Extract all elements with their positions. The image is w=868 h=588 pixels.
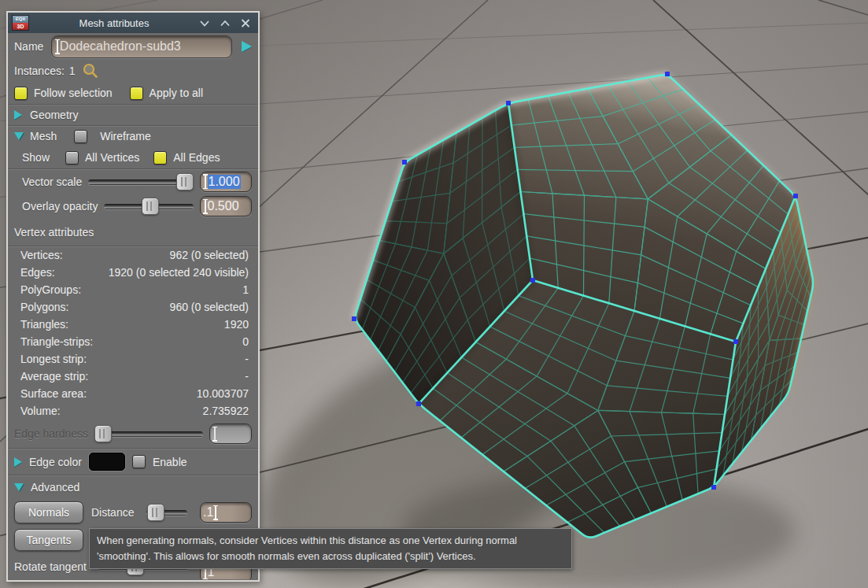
- tooltip: When generating normals, consider Vertic…: [89, 528, 572, 569]
- stat-row: Triangle-strips:0: [8, 333, 258, 350]
- overlay-opacity-value: 0.500: [208, 199, 239, 213]
- text-caret: [205, 175, 206, 188]
- app-icon-top: EQX: [13, 16, 28, 23]
- overlay-opacity-slider[interactable]: [104, 197, 194, 216]
- tooltip-line2: 'smoothing'. This allows for smooth norm…: [97, 549, 564, 564]
- distance-slider[interactable]: [146, 503, 187, 522]
- vector-scale-slider[interactable]: [88, 172, 194, 191]
- show-label: Show: [22, 151, 50, 164]
- stat-value: 0: [242, 335, 249, 348]
- stat-label: Vertices:: [20, 249, 63, 261]
- stat-row: Polygons:960 (0 selected): [8, 298, 258, 316]
- stat-label: Volume:: [20, 405, 61, 417]
- stat-value: 1920 (0 selected 240 visible): [109, 266, 249, 279]
- tangents-button[interactable]: Tangents: [14, 529, 83, 551]
- stat-row: Vertices:962 (0 selected): [8, 246, 258, 264]
- stat-row: Volume:2.735922: [8, 402, 258, 420]
- vertex-attributes-header: Vertex attributes: [14, 226, 94, 239]
- text-caret: [205, 200, 206, 213]
- name-value: Dodecahedron-subd3: [60, 39, 181, 54]
- stat-label: Triangles:: [20, 318, 68, 331]
- app-icon-bottom: 3D: [13, 23, 28, 30]
- window-shade-icon[interactable]: [199, 18, 210, 28]
- window-close-icon[interactable]: [240, 18, 251, 28]
- window-unshade-icon[interactable]: [220, 18, 231, 28]
- stat-label: Longest strip:: [20, 353, 87, 365]
- follow-selection-checkbox[interactable]: [14, 87, 28, 100]
- distance-input[interactable]: .1: [200, 502, 252, 523]
- distance-value: .1: [203, 505, 213, 520]
- app-icon: EQX 3D: [12, 15, 29, 31]
- stat-row: Surface area:10.003707: [8, 385, 258, 402]
- collapsed-triangle-icon[interactable]: [14, 110, 22, 120]
- all-vertices-checkbox[interactable]: [65, 151, 79, 165]
- geometry-label: Geometry: [30, 109, 78, 121]
- apply-to-all-label: Apply to all: [150, 87, 203, 99]
- edge-color-enable-checkbox[interactable]: [132, 455, 146, 468]
- stat-value: 962 (0 selected): [170, 249, 249, 261]
- slider-knob[interactable]: [147, 504, 164, 521]
- edge-hardness-slider: [94, 424, 203, 443]
- magnifier-icon[interactable]: [82, 62, 99, 80]
- stat-row: Edges:1920 (0 selected 240 visible): [8, 264, 258, 281]
- mesh-stats-list: Vertices:962 (0 selected) Edges:1920 (0 …: [8, 246, 258, 420]
- mesh-attributes-panel: EQX 3D Mesh attributes Name Dodecahedron…: [6, 11, 260, 582]
- name-label: Name: [14, 40, 43, 53]
- follow-selection-label: Follow selection: [34, 87, 113, 99]
- stat-value: 1: [242, 283, 249, 296]
- stat-row: Average strip:-: [8, 368, 258, 385]
- instances-label: Instances:: [14, 65, 65, 77]
- vector-scale-value: 1.000: [208, 175, 241, 189]
- panel-title: Mesh attributes: [29, 17, 199, 29]
- normals-button[interactable]: Normals: [14, 501, 83, 523]
- stat-value: 960 (0 selected): [170, 301, 249, 313]
- stat-value: -: [245, 370, 249, 383]
- section-advanced[interactable]: Advanced: [8, 475, 258, 498]
- distance-label: Distance: [91, 506, 134, 519]
- stat-row: PolyGroups:1: [8, 281, 258, 298]
- section-geometry[interactable]: Geometry: [8, 104, 258, 125]
- stat-label: Polygons:: [20, 301, 68, 313]
- name-input[interactable]: Dodecahedron-subd3: [51, 35, 232, 58]
- all-vertices-label: All Vertices: [85, 151, 139, 164]
- edge-color-swatch[interactable]: [89, 453, 125, 471]
- vector-scale-input[interactable]: 1.000: [200, 172, 252, 192]
- instances-count: 1: [69, 65, 76, 77]
- expanded-triangle-icon[interactable]: [14, 132, 24, 140]
- text-caret: [215, 506, 216, 520]
- text-caret: [214, 427, 216, 441]
- edge-hardness-label: Edge hardness: [14, 427, 88, 440]
- slider-knob[interactable]: [142, 198, 159, 215]
- expanded-triangle-icon[interactable]: [14, 483, 24, 491]
- all-edges-checkbox[interactable]: [153, 151, 167, 165]
- tooltip-line1: When generating normals, consider Vertic…: [97, 533, 564, 549]
- text-caret: [57, 40, 58, 54]
- stat-label: Surface area:: [20, 387, 87, 400]
- overlay-opacity-input[interactable]: 0.500: [200, 196, 252, 216]
- confirm-arrow-icon[interactable]: [242, 41, 252, 52]
- collapsed-triangle-icon[interactable]: [14, 457, 22, 467]
- apply-to-all-checkbox[interactable]: [130, 87, 143, 100]
- overlay-opacity-label: Overlay opacity: [22, 200, 98, 213]
- stat-value: 10.003707: [197, 387, 249, 400]
- edge-hardness-input: [209, 423, 252, 444]
- wireframe-label: Wireframe: [100, 130, 151, 142]
- slider-knob: [94, 425, 112, 442]
- panel-titlebar[interactable]: EQX 3D Mesh attributes: [8, 13, 258, 33]
- wireframe-checkbox[interactable]: [74, 130, 87, 143]
- application-window: EQX 3D Mesh attributes Name Dodecahedron…: [0, 0, 868, 588]
- stat-value: 1920: [224, 318, 249, 331]
- stat-value: 2.735922: [203, 405, 249, 417]
- slider-knob[interactable]: [176, 173, 194, 190]
- stat-value: -: [245, 353, 249, 365]
- stat-row: Triangles:1920: [8, 316, 258, 333]
- advanced-label: Advanced: [31, 481, 79, 494]
- rotate-tangent-label: Rotate tangent: [14, 560, 87, 573]
- all-edges-label: All Edges: [173, 151, 220, 164]
- edge-color-enable-label: Enable: [153, 456, 187, 468]
- stat-label: Average strip:: [20, 370, 88, 383]
- edge-color-label: Edge color: [29, 456, 82, 468]
- mesh-label: Mesh: [30, 130, 57, 142]
- stat-label: PolyGroups:: [20, 283, 81, 296]
- stat-label: Edges:: [20, 266, 55, 279]
